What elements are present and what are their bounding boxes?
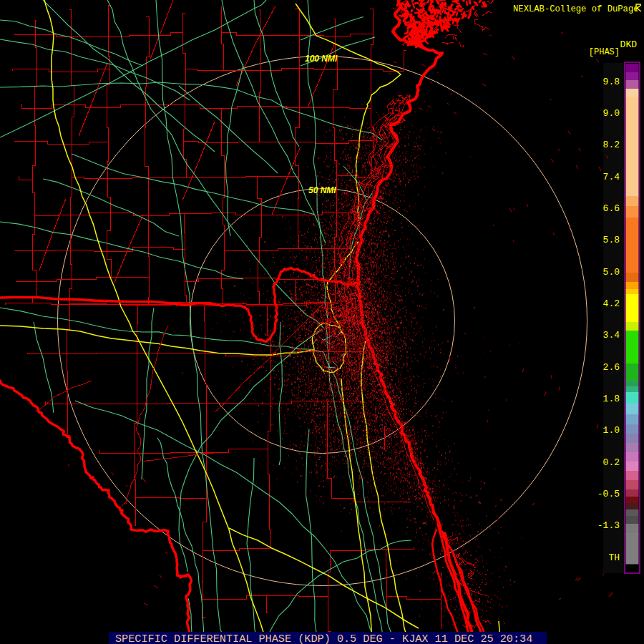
svg-text:-0.5: -0.5 (597, 489, 620, 499)
svg-text:5.0: 5.0 (603, 267, 620, 278)
svg-text:TH: TH (608, 552, 620, 563)
svg-text:SPECIFIC DIFFERENTIAL PHASE (K: SPECIFIC DIFFERENTIAL PHASE (KDP) 0.5 DE… (115, 633, 532, 644)
svg-text:3.4: 3.4 (603, 330, 620, 341)
svg-text:50 NMI: 50 NMI (308, 185, 336, 195)
svg-text:6.6: 6.6 (603, 203, 620, 214)
svg-text:0.2: 0.2 (603, 457, 620, 468)
svg-text:NEXLAB-College of DuPage: NEXLAB-College of DuPage (513, 4, 639, 14)
svg-text:1.0: 1.0 (603, 425, 620, 436)
svg-text:100 NMI: 100 NMI (305, 54, 338, 64)
svg-text:[PHAS]: [PHAS] (589, 47, 620, 57)
svg-text:2.6: 2.6 (603, 362, 620, 373)
svg-text:5.8: 5.8 (603, 235, 620, 245)
svg-text:-1.3: -1.3 (597, 520, 620, 531)
svg-text:9.8: 9.8 (603, 77, 620, 87)
svg-text:7.4: 7.4 (603, 172, 620, 182)
svg-text:9.0: 9.0 (603, 108, 620, 119)
svg-text:4.2: 4.2 (603, 298, 620, 309)
svg-text:8.2: 8.2 (603, 140, 620, 150)
svg-text:DKD: DKD (620, 39, 638, 50)
svg-text:1.8: 1.8 (603, 394, 620, 404)
